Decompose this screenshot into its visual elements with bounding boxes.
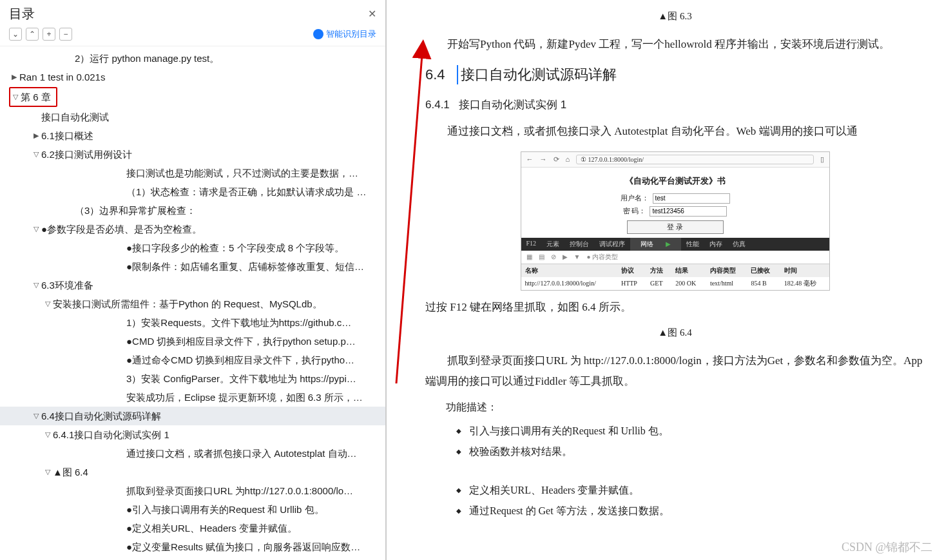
- chevron-down-icon[interactable]: ▽: [31, 279, 41, 292]
- reload-icon: ⟳: [554, 155, 559, 164]
- toc-item-label: 安装接口测试所需组件：基于Python 的 Request、MySQLdb。: [53, 295, 322, 313]
- page-title: 《自动化平台测试开发》书: [521, 175, 829, 187]
- chevron-down-icon[interactable]: ▽: [43, 298, 53, 311]
- chevron-down-icon[interactable]: ▽: [43, 466, 53, 479]
- bookmark-icon: ▯: [820, 155, 824, 164]
- toc-item-label: 第 6 章: [21, 88, 51, 106]
- toc-item-label: （1）状态检查：请求是否正确，比如默认请求成功是 …: [126, 183, 367, 200]
- expand-up-icon[interactable]: ⌃: [26, 28, 39, 41]
- figure-caption-63: ▲图 6.3: [425, 10, 925, 23]
- home-icon: ⌂: [566, 155, 570, 163]
- toc-item[interactable]: 3）安装 ConfigParser。文件下载地址为 https://pypi…: [0, 369, 385, 388]
- toc-item[interactable]: ▽6.2接口测试用例设计: [0, 145, 385, 164]
- browser-figure: ← → ⟳ ⌂ ① 127.0.0.1:8000/login/ ▯ 《自动化平台…: [521, 151, 830, 291]
- toc-item[interactable]: ▶Ran 1 test in 0.021s: [0, 68, 385, 86]
- toc-item-label: ●引入与接口调用有关的Request 和 Urllib 包。: [126, 501, 324, 518]
- smart-icon: [313, 29, 323, 39]
- toc-item[interactable]: 通过接口文档，或者抓包接口录入 Autotestplat 自动…: [0, 444, 385, 463]
- toc-item-label: 接口测试也是功能测试，只不过测试的主要是数据，…: [126, 164, 358, 182]
- toc-item[interactable]: 接口自动化测试: [0, 108, 385, 126]
- chevron-right-icon[interactable]: ▶: [9, 71, 19, 84]
- toc-item[interactable]: ●引入与接口调用有关的Request 和 Urllib 包。: [0, 500, 385, 519]
- toc-item-label: 6.3环境准备: [41, 276, 93, 294]
- toc-item[interactable]: ▽第 6 章: [0, 86, 385, 108]
- toc-item-label: ●通过命令CMD 切换到相应目录文件下，执行pytho…: [126, 351, 354, 369]
- toc-item[interactable]: ●接口字段多少的检查：5 个字段变成 8 个字段等。: [0, 238, 385, 257]
- paragraph: 过按 F12 键在网络里抓取，如图 6.4 所示。: [425, 297, 925, 318]
- toc-item[interactable]: 控制台打印运行结果。: [0, 556, 385, 560]
- toc-item-label: 1）安装Requests。文件下载地址为https://github.c…: [126, 314, 351, 331]
- toc-item-label: 通过接口文档，或者抓包接口录入 Autotestplat 自动…: [126, 445, 357, 462]
- toc-item[interactable]: 2）运行 python manage.py test。: [0, 49, 385, 68]
- document-content: ▲图 6.3 开始写Python 代码，新建Pydev 工程，写一个hellow…: [387, 0, 944, 560]
- toc-tree[interactable]: 2）运行 python manage.py test。▶Ran 1 test i…: [0, 46, 385, 560]
- toc-item[interactable]: ▽安装接口测试所需组件：基于Python 的 Request、MySQLdb。: [0, 294, 385, 313]
- table-row: http://127.0.0.1:8000/login/ HTTP GET 20…: [521, 277, 829, 290]
- list-item: 通过Request 的 Get 等方法，发送接口数据。: [456, 501, 925, 521]
- toc-item[interactable]: （1）状态检查：请求是否正确，比如默认请求成功是 …: [0, 182, 385, 201]
- toc-item[interactable]: ●CMD 切换到相应目录文件下，执行python setup.p…: [0, 332, 385, 351]
- close-icon[interactable]: ✕: [368, 8, 376, 20]
- forward-icon: →: [540, 155, 547, 163]
- devtools-tabs: F12 元素 控制台 调试程序 网络 ▶ 性能 内存 仿真: [521, 238, 829, 251]
- chevron-down-icon[interactable]: ▽: [31, 223, 41, 236]
- toc-item[interactable]: ▶6.1接口概述: [0, 126, 385, 145]
- toc-item[interactable]: 安装成功后，Eclipse 提示更新环境，如图 6.3 所示，…: [0, 388, 385, 407]
- toc-item[interactable]: ▽●参数字段是否必填、是否为空检查。: [0, 220, 385, 238]
- toc-title: 目录: [9, 5, 35, 23]
- chevron-down-icon[interactable]: ▽: [31, 410, 41, 423]
- toc-item-label: ●接口字段多少的检查：5 个字段变成 8 个字段等。: [126, 239, 344, 256]
- toc-item-label: ●定义变量Results 赋值为接口，向服务器返回响应数…: [126, 538, 360, 555]
- collapse-all-icon[interactable]: ⌄: [9, 28, 22, 41]
- toc-item-label: 6.4.1接口自动化测试实例 1: [53, 426, 169, 443]
- toc-item[interactable]: ●定义变量Results 赋值为接口，向服务器返回响应数…: [0, 537, 385, 556]
- chevron-down-icon[interactable]: ▽: [10, 91, 21, 104]
- toc-item-label: 6.2接口测试用例设计: [41, 146, 132, 163]
- toc-item-label: 6.1接口概述: [41, 127, 93, 144]
- toc-item-label: 安装成功后，Eclipse 提示更新环境，如图 6.3 所示，…: [126, 389, 363, 406]
- toc-item-label: （3）边界和异常扩展检查：: [75, 202, 196, 219]
- bullet-list: 引入与接口调用有关的Request 和 Urllib 包。校验函数并核对结果。: [425, 421, 925, 462]
- toc-item-label: 6.4接口自动化测试源码详解: [41, 407, 161, 425]
- toc-item[interactable]: 接口测试也是功能测试，只不过测试的主要是数据，…: [0, 164, 385, 182]
- toc-item[interactable]: ▽▲图 6.4: [0, 463, 385, 481]
- toc-item[interactable]: 1）安装Requests。文件下载地址为https://github.c…: [0, 313, 385, 332]
- toc-item[interactable]: ●定义相关URL、Headers 变量并赋值。: [0, 519, 385, 537]
- add-icon[interactable]: +: [43, 28, 55, 41]
- toc-item[interactable]: ▽6.4接口自动化测试源码详解: [0, 407, 385, 425]
- toc-item[interactable]: ▽6.3环境准备: [0, 276, 385, 294]
- toc-toolbar: ⌄ ⌃ + −: [9, 28, 72, 41]
- toc-sidebar: 目录 ✕ ⌄ ⌃ + − 智能识别目录 2）运行 python manage.p…: [0, 0, 387, 560]
- bullet-list: 定义相关URL、Headers 变量并赋值。通过Request 的 Get 等方…: [425, 480, 925, 521]
- paragraph: 开始写Python 代码，新建Pydev 工程，写一个hellowrold 程序…: [425, 34, 925, 55]
- username-field: [653, 193, 730, 204]
- toc-item-label: 控制台打印运行结果。: [126, 557, 223, 560]
- toc-item-label: ●CMD 切换到相应目录文件下，执行python setup.p…: [126, 333, 356, 350]
- watermark: CSDN @锦都不二: [842, 539, 932, 555]
- network-table: 名称 协议 方法 结果 内容类型 已接收 时间 http://127.0.0.1…: [521, 264, 829, 290]
- list-item: 定义相关URL、Headers 变量并赋值。: [456, 480, 925, 501]
- password-field: [650, 206, 727, 217]
- toc-item[interactable]: ▽6.4.1接口自动化测试实例 1: [0, 425, 385, 444]
- remove-icon[interactable]: −: [59, 28, 72, 41]
- toc-item[interactable]: 抓取到登录页面接口URL 为http://127.0.0.1:8000/lo…: [0, 481, 385, 500]
- toc-item-label: ●定义相关URL、Headers 变量并赋值。: [126, 519, 297, 537]
- url-bar: ① 127.0.0.1:8000/login/: [576, 155, 813, 164]
- chevron-down-icon[interactable]: ▽: [43, 429, 53, 441]
- login-button: 登 录: [627, 220, 724, 234]
- toc-item[interactable]: ●限制条件：如店铺名重复、店铺标签修改重复、短信…: [0, 257, 385, 276]
- figure-caption-64: ▲图 6.4: [425, 327, 925, 339]
- subsection-heading: 6.4.1 接口自动化测试实例 1: [425, 97, 925, 112]
- paragraph: 抓取到登录页面接口URL 为 http://127.0.0.1:8000/log…: [425, 351, 925, 392]
- toc-item[interactable]: （3）边界和异常扩展检查：: [0, 201, 385, 220]
- toc-item-label: 接口自动化测试: [41, 108, 109, 126]
- toc-item-label: Ran 1 test in 0.021s: [19, 68, 105, 86]
- chevron-down-icon[interactable]: ▽: [31, 148, 41, 161]
- toc-item-label: ▲图 6.4: [53, 463, 88, 481]
- toc-item[interactable]: ●通过命令CMD 切换到相应目录文件下，执行pytho…: [0, 351, 385, 369]
- smart-detect-link[interactable]: 智能识别目录: [313, 28, 376, 40]
- chevron-right-icon[interactable]: ▶: [31, 130, 41, 142]
- toc-item-label: 2）运行 python manage.py test。: [75, 50, 219, 67]
- section-heading: 6.4 接口自动化测试源码详解: [425, 65, 925, 84]
- toc-item-label: 3）安装 ConfigParser。文件下载地址为 https://pypi…: [126, 370, 356, 387]
